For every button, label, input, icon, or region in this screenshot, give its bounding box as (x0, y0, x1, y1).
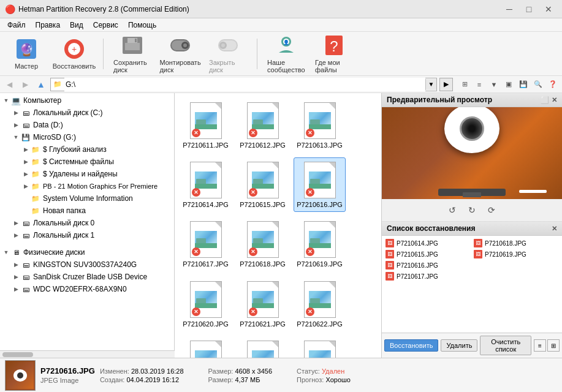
view-list-button[interactable]: ≡ (473, 78, 486, 91)
menu-edit[interactable]: Правка (31, 20, 66, 31)
status-created-value: 04.04.2019 16:12 (126, 376, 179, 383)
expand-data-d[interactable]: ▶ (11, 120, 21, 130)
tree-item-sys-files[interactable]: ▶ 📁 $ Системные файлы (0, 156, 174, 168)
view-icons-button[interactable]: ⊞ (458, 78, 471, 91)
expand-microsd[interactable]: ▼ (11, 132, 21, 142)
community-button[interactable]: 👤 Наше сообщество (265, 34, 308, 74)
recover-button[interactable]: + Восстановить (53, 34, 96, 74)
file-item[interactable]: ✕ P7210612.JPG (237, 98, 289, 153)
tree-item-deleted[interactable]: ▶ 📁 $ Удалены и найдены (0, 168, 174, 180)
recovery-item[interactable]: 🖼 P7210615.JPG (384, 249, 471, 259)
delete-button[interactable]: Удалить (441, 339, 477, 352)
flip-button[interactable]: ⟳ (484, 203, 499, 217)
rotate-right-button[interactable]: ↻ (465, 203, 479, 217)
expand-sys-files[interactable]: ▶ (21, 157, 31, 167)
address-input[interactable] (64, 78, 425, 91)
expand-deleted[interactable]: ▶ (21, 169, 31, 179)
tree-item-new-folder[interactable]: 📁 Новая папка (0, 205, 174, 217)
tree-label-new-folder: Новая папка (43, 206, 86, 215)
tree-item-deep-scan[interactable]: ▶ 📁 $ Глубокий анализ (0, 143, 174, 156)
expand-new-folder[interactable] (21, 206, 31, 216)
tree-item-wdc[interactable]: ▶ 🖴 WDC WD20EFRX-68AX9N0 (0, 283, 174, 295)
tree-item-computer[interactable]: ▼ 💻 Компьютер (0, 94, 174, 107)
address-go-button[interactable]: ▶ (439, 78, 453, 91)
address-dropdown[interactable]: ▼ (425, 79, 436, 90)
help-button[interactable]: ❓ (546, 78, 560, 91)
file-item[interactable]: ✕ P7210619.JPG (294, 217, 346, 271)
expand-sandisk[interactable]: ▶ (11, 272, 21, 282)
preview-expand-btn[interactable]: ⬜ (541, 96, 549, 104)
file-item[interactable]: ✕ P7210616.JPG (294, 157, 346, 212)
tree-item-sandisk[interactable]: ▶ 🖴 SanDisk Cruzer Blade USB Device (0, 271, 174, 283)
expand-local-c[interactable]: ▶ (11, 108, 21, 118)
deleted-marker-2: ✕ (306, 129, 314, 137)
restore-button[interactable]: Восстановить (384, 339, 438, 352)
mount-disk-button[interactable]: Монтировать диск (159, 34, 202, 74)
file-item[interactable]: ✕ P7210621.JPG (237, 277, 289, 331)
deleted-marker-5: ✕ (306, 188, 314, 197)
tree-item-local1[interactable]: ▶ 🖴 Локальный диск 1 (0, 229, 174, 241)
file-item[interactable]: ✕ P7210618.JPG (237, 217, 289, 271)
search-button[interactable]: 🔍 (531, 78, 545, 91)
find-files-button[interactable]: ? Где мои файлы (313, 34, 355, 74)
recovery-item[interactable]: 🖼 P7210614.JPG (384, 238, 471, 248)
expand-phys-disks[interactable]: ▼ (1, 247, 11, 257)
recovery-item[interactable]: 🖼 P7210617.JPG (384, 271, 471, 281)
rotate-left-button[interactable]: ↺ (445, 203, 460, 217)
file-item[interactable]: ✕ P7210617.JPG (180, 217, 232, 271)
recovery-list-close-btn[interactable]: ✕ (552, 225, 557, 233)
tree-item-phys-disks[interactable]: ▼ 🖥 Физические диски (0, 246, 174, 258)
menu-help[interactable]: Помощь (123, 20, 161, 31)
menu-file[interactable]: Файл (2, 20, 31, 31)
minimize-button[interactable]: ─ (501, 1, 518, 18)
file-item[interactable]: ✕ P7210624.JPG (237, 336, 289, 358)
maximize-button[interactable]: □ (520, 1, 537, 18)
tree-item-local-c[interactable]: ▶ 🖴 Локальный диск (C:) (0, 107, 174, 119)
tree-item-motion[interactable]: ▶ 📁 PB - 21 Motion Graphics For Premiere (0, 180, 174, 192)
expand-local0[interactable]: ▶ (11, 218, 21, 228)
preview-close-btn[interactable]: ✕ (552, 96, 557, 104)
expand-wdc[interactable]: ▶ (11, 284, 21, 294)
file-item[interactable]: ✕ P7210613.JPG (294, 98, 346, 153)
tree-item-sysvolinfo[interactable]: 📁 System Volume Information (0, 192, 174, 205)
menu-service[interactable]: Сервис (88, 20, 123, 31)
clear-list-button[interactable]: Очистить список (480, 336, 531, 355)
recovery-item[interactable]: 🖼 P7210616.JPG (384, 260, 471, 270)
expand-deep-scan[interactable]: ▶ (21, 145, 31, 154)
expand-kingston[interactable]: ▶ (11, 260, 21, 270)
camera-dome (444, 107, 499, 153)
up-button[interactable]: ▲ (34, 78, 48, 91)
expand-local1[interactable]: ▶ (11, 230, 21, 240)
tree-item-data-d[interactable]: ▶ 🖴 Data (D:) (0, 119, 174, 131)
expand-sysvolinfo[interactable] (21, 194, 31, 203)
panel-button[interactable]: ▣ (502, 78, 515, 91)
file-item[interactable]: ✕ P7210623.JPG (180, 336, 232, 358)
file-page-8: ✕ (304, 221, 336, 258)
expand-computer[interactable]: ▼ (1, 96, 11, 105)
tree-item-local0[interactable]: ▶ 🖴 Локальный диск 0 (0, 217, 174, 229)
save-disk-button[interactable]: Сохранить диск (111, 34, 154, 74)
file-item[interactable]: ✕ P7210620.JPG (180, 277, 232, 331)
recovery-item[interactable]: 🖼 P7210619.JPG (473, 249, 560, 259)
tree-label-kingston: KINGSTON SUV300S37A240G (33, 260, 137, 269)
tree-item-microsd[interactable]: ▼ 💾 MicroSD (G:) (0, 131, 174, 143)
back-button[interactable]: ◀ (2, 78, 16, 91)
file-item[interactable]: ✕ P7210622.JPG (294, 277, 346, 331)
unmount-disk-button[interactable]: Закрыть диск (207, 34, 249, 74)
wizard-button[interactable]: 🔮 Мастер (5, 34, 48, 74)
menu-view[interactable]: Вид (65, 20, 88, 31)
save-button[interactable]: 💾 (517, 78, 530, 91)
file-item[interactable]: ✕ P7210611.JPG (180, 98, 232, 153)
tree-scrollbar[interactable] (0, 350, 175, 358)
expand-motion[interactable]: ▶ (21, 181, 31, 191)
filter-button[interactable]: ▼ (487, 78, 501, 91)
close-button[interactable]: ✕ (540, 1, 557, 18)
tree-item-kingston[interactable]: ▶ 🖴 KINGSTON SUV300S37A240G (0, 258, 174, 271)
file-item[interactable]: ✕ P7210615.JPG (237, 157, 289, 212)
grid-view-btn[interactable]: ⊞ (547, 339, 560, 352)
file-item[interactable]: ✕ P7210625.JPG (294, 336, 346, 358)
list-view-btn[interactable]: ≡ (534, 339, 546, 352)
file-item[interactable]: ✕ P7210614.JPG (180, 157, 232, 212)
recovery-item[interactable]: 🖼 P7210618.JPG (473, 238, 560, 248)
forward-button[interactable]: ▶ (18, 78, 32, 91)
